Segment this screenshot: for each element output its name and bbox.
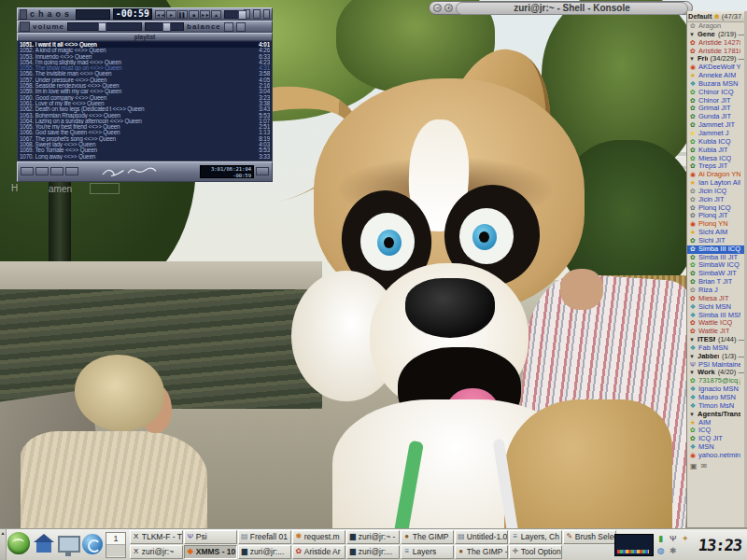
- xmms-menu-button[interactable]: [20, 9, 27, 20]
- xmms-playlist[interactable]: 1051. I want it all <<>> Queen4:01 1052.…: [17, 41, 273, 161]
- roster-item[interactable]: ★ Jammet J: [687, 130, 747, 138]
- roster-item[interactable]: ✿ Kubla ICQ: [687, 138, 747, 147]
- roster-item[interactable]: ✿ Jammet JIT: [687, 121, 747, 130]
- panel-hide-arrow[interactable]: ▴: [0, 529, 7, 560]
- pager-desktop-2[interactable]: [106, 545, 125, 556]
- roster-item[interactable]: ✿ Kubla JIT: [687, 147, 747, 155]
- roster-item[interactable]: ▾ General (2/19) —: [687, 31, 747, 39]
- roster-item[interactable]: ◉ Plonq YN: [687, 220, 747, 229]
- volume-slider[interactable]: [67, 22, 142, 31]
- roster-item[interactable]: ★ Sichi AIM: [687, 229, 747, 237]
- globe-icon[interactable]: ◍: [655, 545, 667, 556]
- roster-item[interactable]: ▾ Friends (34/229) —: [687, 55, 747, 63]
- roster-item[interactable]: ✿ 731875@icq.jab..: [687, 377, 747, 385]
- roster-item[interactable]: ◉ AKDeeWolf YN: [687, 63, 747, 72]
- roster-item[interactable]: ✿ Chinor ICQ: [687, 89, 747, 97]
- roster-item[interactable]: ✿ Riza J: [687, 287, 747, 295]
- taskbar-clock[interactable]: 13:23: [698, 536, 742, 554]
- desktop-pager[interactable]: 1: [106, 532, 126, 558]
- roster-item[interactable]: ✿ Aristide 17810719: [687, 48, 747, 56]
- xmms-options-button[interactable]: [20, 21, 30, 32]
- roster-item[interactable]: ✿ SimbaW JIT: [687, 270, 747, 278]
- minimize-button[interactable]: −: [433, 4, 442, 12]
- roster-item[interactable]: ▾ Agents/Transports: [687, 411, 747, 419]
- pause-button[interactable]: ▌▌: [177, 10, 188, 19]
- roster-item[interactable]: ✿ Miesa ICQ: [687, 155, 747, 163]
- roster-item[interactable]: ✿ Simba III JIT: [687, 254, 747, 262]
- task-button[interactable]: ●The GIMP: [401, 530, 454, 544]
- task-button[interactable]: XTLKM-F - T: [130, 530, 183, 544]
- gear-icon[interactable]: ✱: [668, 545, 679, 556]
- eject-button[interactable]: ▲: [211, 10, 221, 19]
- playlist-add-button[interactable]: [21, 167, 34, 175]
- play-button[interactable]: ►: [166, 10, 176, 19]
- xmms-close-button[interactable]: [263, 9, 270, 19]
- task-button[interactable]: ●The GIMP -: [455, 545, 508, 559]
- xmms-shade-button[interactable]: [253, 9, 260, 19]
- task-button[interactable]: ▤Freefall 01: [238, 530, 291, 544]
- pager-desktop-1[interactable]: 1: [106, 533, 125, 545]
- roster-item[interactable]: ❖ Mauro MSN: [687, 394, 747, 402]
- roster-item[interactable]: ✿ Sichi JIT: [687, 237, 747, 245]
- roster-item[interactable]: Ψ PSI Maintainer: [687, 361, 747, 370]
- task-button[interactable]: Xzuri@jr:~: [130, 545, 183, 559]
- playlist-select-button[interactable]: [50, 167, 63, 175]
- roster-item[interactable]: ❖ Buzara MSN: [687, 80, 747, 89]
- roster-item[interactable]: ❖ Fab MSN: [687, 344, 747, 353]
- task-button[interactable]: ✿Aristide Ar: [292, 545, 345, 559]
- konsole-window-title[interactable]: zuri@jr:~ - Shell - Konsole: [456, 2, 688, 15]
- psi-tray-icon[interactable]: Ψ: [668, 533, 679, 544]
- task-button[interactable]: ✎Brush Selec: [563, 530, 616, 544]
- roster-item[interactable]: ▾ ITESM (1/44) —: [687, 336, 747, 344]
- roster-item[interactable]: ✿ Gunda JIT: [687, 113, 747, 121]
- roster-item[interactable]: ❖ Sichi MSN: [687, 303, 747, 312]
- playlist-misc-button[interactable]: [65, 167, 78, 175]
- roster-item[interactable]: ❖ Simba III MSN: [687, 312, 747, 320]
- playlist-track[interactable]: 1070. Long away <<>> Queen3:33: [20, 154, 270, 160]
- task-button[interactable]: ▆zuri@jr:~ -: [346, 530, 400, 544]
- task-button[interactable]: ΨPsi: [184, 530, 237, 544]
- krandr-icon[interactable]: ✦: [680, 533, 691, 544]
- roster-item[interactable]: ✿ Wattle JIT: [687, 328, 747, 336]
- roster-status-icon[interactable]: ✉: [701, 462, 708, 470]
- playlist-toggle-button[interactable]: [236, 22, 246, 32]
- konqueror-button[interactable]: [80, 532, 103, 557]
- show-desktop-button[interactable]: [56, 532, 78, 557]
- xmms-time-display[interactable]: -00:59: [113, 8, 152, 20]
- seek-handle[interactable]: [238, 10, 247, 20]
- roster-item[interactable]: ✿ Treps JIT: [687, 162, 747, 171]
- roster-item[interactable]: ✿ Brian T JIT: [687, 278, 747, 287]
- roster-item[interactable]: ✿ Chinor JIT: [687, 97, 747, 105]
- roster-item[interactable]: ✿ Aragon: [687, 22, 747, 31]
- roster-header[interactable]: Default ☻ (47/37: [687, 11, 747, 22]
- next-button[interactable]: ►►: [200, 10, 210, 19]
- roster-item[interactable]: ✿ ICQ: [687, 427, 747, 435]
- battery-icon[interactable]: ▮: [655, 533, 667, 544]
- profile-name[interactable]: Default: [688, 12, 712, 21]
- roster-item[interactable]: ✿ SimbaW ICQ: [687, 261, 747, 270]
- roster-item[interactable]: ❖ Timon MsN: [687, 402, 747, 411]
- roster-item[interactable]: ★ Anneke AIM: [687, 72, 747, 80]
- roster-item[interactable]: ✿ Jicin ICQ: [687, 188, 747, 196]
- previous-button[interactable]: ◄◄: [155, 10, 165, 19]
- xmms-main-window[interactable]: chaos -00:59 ◄◄►▌▌■►►▲: [17, 7, 273, 21]
- home-folder-button[interactable]: [32, 532, 54, 557]
- task-button[interactable]: ✱request.m: [292, 530, 345, 544]
- task-button[interactable]: ▆zuri@jr:...: [346, 545, 400, 559]
- xmms-visualizer[interactable]: [76, 9, 110, 20]
- balance-handle[interactable]: [162, 22, 171, 32]
- equalizer-button[interactable]: [224, 22, 233, 32]
- xmms-dock-thumbnail[interactable]: [614, 534, 654, 556]
- task-button[interactable]: ✛Tool Option: [509, 545, 562, 559]
- roster-item[interactable]: ✿ Aristide 142785: [687, 39, 747, 48]
- roster-item[interactable]: ▾ Work (4/20) —: [687, 369, 747, 377]
- roster-item[interactable]: ✿ Miesa JIT: [687, 295, 747, 303]
- xmms-playlist-titlebar[interactable]: playlist: [17, 33, 273, 41]
- roster-item[interactable]: ★ Ian Layton AIM: [687, 179, 747, 188]
- roster-item[interactable]: ◉ yahoo.netminds..: [687, 452, 747, 460]
- konsole-titlebar[interactable]: − + zuri@jr:~ - Shell - Konsole: [429, 1, 693, 15]
- task-button[interactable]: ◆XMMS - 10: [184, 545, 237, 559]
- playlist-remove-button[interactable]: [35, 167, 49, 175]
- roster-item[interactable]: ✿ Simba III ICQ: [687, 245, 747, 254]
- task-button[interactable]: ▆zuri@jr:...: [238, 545, 291, 559]
